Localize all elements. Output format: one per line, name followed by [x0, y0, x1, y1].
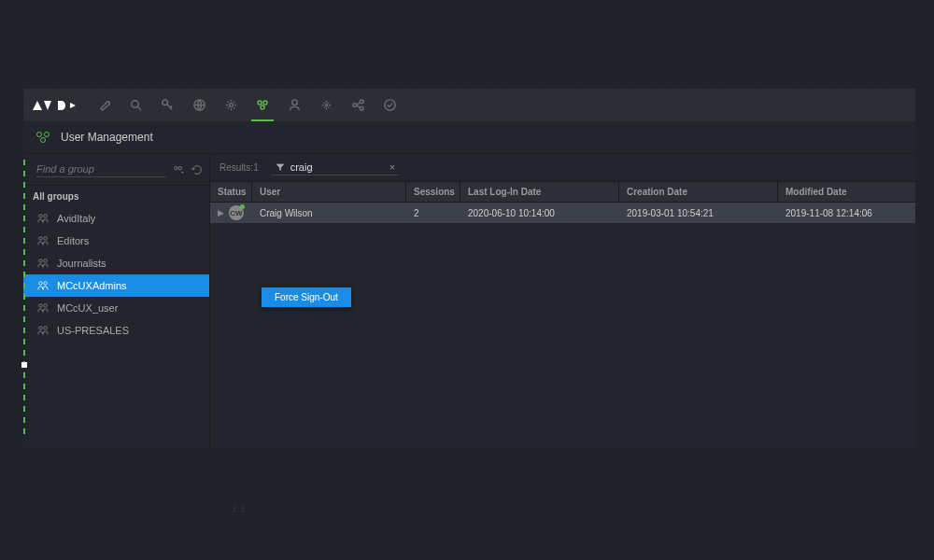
svg-point-29 [44, 327, 47, 329]
svg-point-10 [360, 100, 363, 104]
svg-point-9 [352, 104, 356, 107]
svg-point-23 [44, 259, 47, 262]
sidebar-item-label: AvidItaly [57, 213, 95, 224]
gear-icon[interactable] [223, 98, 238, 113]
svg-point-5 [263, 101, 267, 105]
clear-filter-icon[interactable]: × [389, 161, 395, 173]
sidebar-item-mccuxadmins[interactable]: MCcUXAdmins [23, 274, 209, 297]
add-group-icon[interactable] [172, 163, 185, 176]
col-creation[interactable]: Creation Date [619, 182, 778, 202]
svg-point-20 [39, 237, 42, 240]
svg-point-18 [39, 215, 42, 217]
wrench-icon[interactable] [96, 98, 111, 113]
col-user[interactable]: User [252, 182, 406, 202]
col-status[interactable]: Status [210, 182, 252, 202]
sidebar-item-us-presales[interactable]: US-PRESALES [23, 319, 209, 342]
svg-point-22 [39, 259, 42, 262]
cell-last-login: 2020-06-10 10:14:00 [460, 208, 619, 218]
page-title: User Management [61, 131, 153, 144]
users-icon[interactable] [255, 98, 270, 113]
svg-point-17 [178, 166, 182, 170]
svg-point-0 [131, 101, 138, 108]
avid-logo [33, 99, 79, 112]
sidebar-item-editors[interactable]: Editors [23, 230, 209, 252]
users-icon [35, 130, 51, 145]
svg-point-25 [44, 282, 47, 285]
results-count: Results:1 [219, 162, 259, 173]
sidebar-item-label: US-PRESALES [57, 325, 129, 336]
svg-point-14 [45, 133, 50, 137]
sidebar-item-label: Editors [57, 235, 89, 246]
svg-point-3 [229, 104, 233, 107]
svg-point-6 [261, 105, 264, 109]
section-header: User Management [23, 121, 915, 154]
group-search-input[interactable] [36, 161, 166, 177]
svg-point-21 [44, 237, 47, 240]
groups-label: All groups [23, 186, 209, 207]
nodes-icon[interactable] [350, 98, 365, 113]
svg-point-24 [39, 282, 42, 285]
col-modified[interactable]: Modified Date [778, 182, 915, 202]
sidebar-item-mccux_user[interactable]: MCcUX_user [23, 297, 209, 319]
sidebar-item-label: MCcUX_user [57, 302, 118, 314]
check-icon[interactable] [382, 98, 397, 113]
col-last-login[interactable]: Last Log-In Date [460, 182, 619, 202]
svg-point-7 [291, 100, 297, 105]
burst-icon[interactable] [318, 98, 333, 113]
svg-point-16 [175, 166, 178, 170]
cell-modified: 2019-11-08 12:14:06 [778, 208, 915, 218]
svg-point-11 [360, 106, 363, 110]
sidebar-item-label: Journalists [57, 258, 106, 269]
cell-creation: 2019-03-01 10:54:21 [619, 208, 778, 218]
svg-point-15 [41, 138, 46, 143]
cell-user: Craig Wilson [252, 208, 406, 218]
sidebar-item-aviditaly[interactable]: AvidItaly [23, 207, 209, 230]
context-menu-force-signout[interactable]: Force Sign-Out [262, 287, 351, 307]
svg-point-28 [39, 327, 42, 329]
search-icon[interactable] [128, 98, 143, 113]
user-filter-input[interactable] [290, 161, 384, 173]
table-header: Status User Sessions Last Log-In Date Cr… [210, 182, 915, 203]
user-icon[interactable] [287, 98, 302, 113]
filter-icon [276, 162, 285, 172]
sidebar-item-journalists[interactable]: Journalists [23, 252, 209, 274]
svg-point-27 [44, 304, 47, 307]
cell-sessions: 2 [406, 208, 460, 218]
globe-icon[interactable] [191, 98, 206, 113]
sidebar-item-label: MCcUXAdmins [57, 280, 127, 291]
svg-point-8 [325, 105, 327, 106]
expand-icon[interactable]: ▶ [218, 208, 224, 217]
refresh-icon[interactable] [191, 163, 204, 176]
avatar: CW [229, 205, 244, 220]
key-icon[interactable] [160, 98, 175, 113]
svg-point-13 [37, 133, 42, 137]
top-toolbar [23, 89, 915, 121]
col-sessions[interactable]: Sessions [406, 182, 460, 202]
svg-point-19 [44, 215, 47, 217]
svg-point-26 [39, 304, 42, 307]
svg-point-4 [258, 101, 262, 105]
resize-handle[interactable]: ⋮⋮ [231, 504, 248, 512]
sidebar: All groups AvidItalyEditorsJournalistsMC… [23, 154, 210, 448]
table-row[interactable]: ▶CWCraig Wilson22020-06-10 10:14:002019-… [210, 203, 915, 223]
